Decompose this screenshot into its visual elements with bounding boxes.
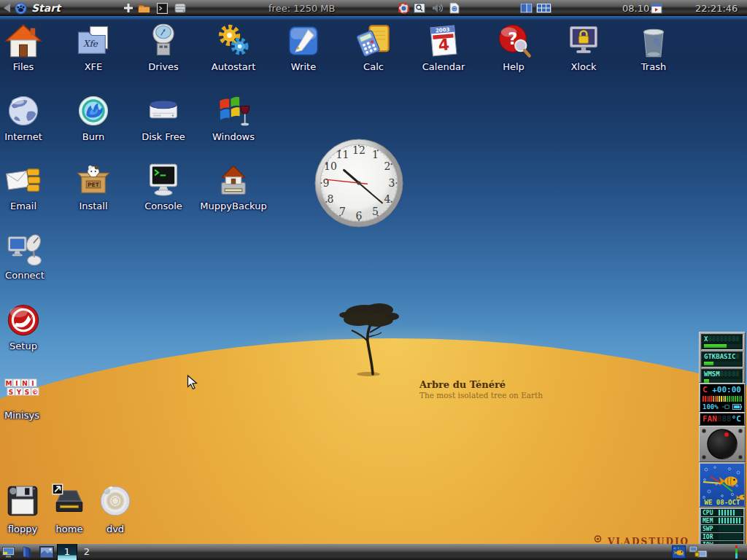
desktop-icon-drives[interactable]: Drives [128,22,198,72]
date-label: 08.10. [622,3,652,14]
start-button[interactable]: Start [15,0,61,16]
battery-percent: 100% [703,403,719,411]
desktop-icon-calc[interactable]: Calc [338,22,409,72]
tray-load-meter [735,545,738,559]
desktop-icon-muppybackup[interactable]: MuppyBackup [198,161,268,211]
date-indicator: 08.10. [622,0,652,16]
terminal-button[interactable] [157,0,168,16]
volume-tray-button[interactable] [432,0,444,16]
dockapp-fan-temp[interactable]: FAN888°C [699,412,746,426]
svg-text:9: 9 [323,177,330,189]
screenshot-tray-button[interactable] [414,0,425,16]
show-desktop-button[interactable] [2,544,15,560]
speaker-icon [432,3,444,13]
desktop-icon-xfe[interactable]: Xfe XFE [58,22,128,72]
fan-display: FAN888°C [700,413,744,425]
file-manager-button[interactable] [138,0,150,16]
svg-text:10: 10 [324,160,337,172]
svg-text:I: I [31,380,34,387]
browser-tray-button[interactable] [449,0,460,16]
desktop-icon-dvd[interactable]: dvd [92,483,139,534]
desktop-icon-internet[interactable]: Internet [0,92,58,142]
lock-screen-icon [565,22,603,60]
dockapp-power-monitor[interactable]: C +00:00 100% [699,383,746,412]
svg-text:Xfe: Xfe [83,39,98,49]
desktop-icon-write[interactable]: Write [268,22,338,72]
network-computers-icon [689,545,708,559]
time-label: 22:21:46 [695,3,738,14]
chevron-left-icon [4,4,10,12]
svg-text:2003: 2003 [436,26,450,34]
desktop-icon-diskfree[interactable]: Disk Free [128,92,198,142]
hard-disk-icon [144,92,182,130]
sysmon-row-mem: MEM [701,517,743,524]
calendar-tray-button[interactable] [651,0,662,16]
taskbar-files-button[interactable] [21,544,31,560]
desktop-icon-home[interactable]: home [46,483,93,534]
new-window-button[interactable] [123,0,133,16]
pager-two-pane-icon [520,3,533,13]
desktop-icon-calendar[interactable]: 2003 4 Calendar [409,22,479,72]
calendar-page-icon: 2003 4 [425,22,462,60]
svg-text:PET: PET [88,182,100,188]
setup-wrench-icon [4,301,42,339]
analog-clock-widget[interactable]: 123456789101112 [314,138,404,231]
burn-flame-icon [74,92,112,130]
svg-text:Y: Y [16,389,22,396]
sysmon-row-swp: SWP [701,525,743,532]
taskbar-image-button[interactable] [39,544,54,560]
desktop-icon-burn[interactable]: Burn [58,92,128,142]
desktop-icon-console[interactable]: Console [128,161,198,211]
tray-network-applet[interactable] [689,544,708,560]
dockapp-wmsm-monitor[interactable]: X88888888 GTKBASIC8 WMSM88888 [699,332,746,383]
dockapp-fish-clock[interactable]: WE 08-OCT [699,462,746,508]
svg-text:N: N [22,380,28,387]
desktop-icon-minisys[interactable]: M I N I S Y S © Minisys [0,378,57,421]
workspace-tab-2[interactable]: 2 [77,544,96,560]
dockapp-knob-button[interactable] [699,426,746,462]
top-panel: Start f [0,0,747,16]
pager-workspace-grid[interactable] [536,0,551,16]
windows-wine-icon [214,92,252,130]
desktop-screen: { "topbar": { "start_label": "Start", "f… [0,0,747,560]
panel-collapse-button[interactable] [4,0,10,16]
svg-text:1: 1 [372,149,379,160]
calculator-icon [355,22,392,60]
terminal-icon [157,3,168,14]
svg-text:11: 11 [336,149,349,160]
desktop-icon-setup[interactable]: Setup [0,301,58,351]
svg-text:I: I [15,380,18,387]
desktop-icon-email[interactable]: Email [0,161,58,211]
help-question-icon: ? [495,22,533,60]
drives-button[interactable] [174,0,186,16]
desktop-icon-xlock[interactable]: Xlock [549,22,619,72]
svg-text:8: 8 [328,193,334,205]
globe-icon [4,92,42,130]
fish-clock-icon: WE 08-OCT [700,464,744,506]
pager-workspace-1[interactable] [520,0,533,16]
desktop-icon-floppy[interactable]: floppy [0,483,46,534]
bottom-taskbar: 1 2 [0,544,747,560]
tray-fish-applet[interactable] [672,544,686,560]
desktop-icon-help[interactable]: ? Help [479,22,549,72]
desktop-icon-trash[interactable]: Trash [619,22,689,72]
desktop-icon-install[interactable]: PET Install [58,161,128,211]
backup-house-icon [214,161,252,199]
analog-clock-face: 123456789101112 [314,138,404,228]
battery-icon [732,404,742,410]
drive-stack-icon [174,3,186,13]
desktop-icon-windows[interactable]: Windows [198,92,268,142]
workspace-tab-1[interactable]: 1 [57,544,77,560]
house-icon [4,22,42,60]
aquarium-fish-icon [672,545,686,559]
dockapp-sysmon[interactable]: CPU MEM SWP IOR IOW [699,508,746,544]
svg-text:S: S [9,389,13,396]
help-tray-button[interactable] [398,0,409,16]
svg-text:3: 3 [389,177,395,189]
start-label: Start [31,2,61,14]
desktop-icon-autostart[interactable]: Autostart [198,22,268,72]
desktop-icon-connect[interactable]: Connect [0,230,60,281]
svg-text:5: 5 [372,206,379,217]
knob-icon [700,427,745,462]
desktop-icon-files[interactable]: Files [0,22,58,72]
